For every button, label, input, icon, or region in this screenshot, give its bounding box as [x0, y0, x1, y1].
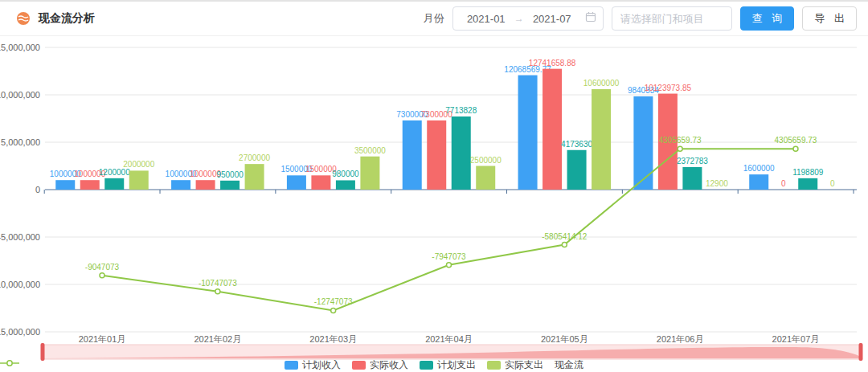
bar-计划收入[interactable] [749, 174, 768, 190]
legend-swatch [352, 361, 366, 370]
bar-实际支出[interactable] [245, 164, 264, 190]
export-button[interactable]: 导 出 [802, 6, 857, 31]
bar-计划收入[interactable] [287, 175, 306, 190]
line-point[interactable] [100, 273, 104, 278]
title-wrap: 现金流分析 [16, 11, 95, 26]
bar-value-label: 2372783 [677, 157, 708, 166]
bar-value-label: 10123973.85 [645, 84, 692, 92]
line-point[interactable] [331, 308, 336, 313]
bar-value-label: 4173630 [561, 140, 592, 149]
legend-item-计划支出[interactable]: 计划支出 [420, 358, 476, 372]
bar-value-label: 1198809 [792, 168, 824, 177]
x-tick-label: 2021年04月 [425, 334, 473, 344]
bar-实际收入[interactable] [196, 180, 215, 190]
bar-计划支出[interactable] [336, 180, 355, 190]
bar-value-label: 3500000 [354, 146, 386, 155]
legend-item-计划收入[interactable]: 计划收入 [285, 358, 341, 372]
datazoom-handle-left[interactable] [41, 343, 45, 361]
bar-实际收入[interactable] [80, 180, 100, 190]
date-start-input[interactable] [460, 13, 513, 25]
bar-实际支出[interactable] [360, 157, 379, 190]
line-point[interactable] [446, 263, 451, 268]
y-tick-label: 10,000,000 [0, 90, 40, 100]
legend-swatch [285, 361, 298, 370]
top-bar: 现金流分析 月份 → 查 询 导 出 [0, 0, 868, 36]
bar-计划收入[interactable] [403, 121, 422, 190]
legend-label: 实际收入 [370, 358, 408, 372]
date-range-picker[interactable]: → [452, 6, 604, 31]
bar-value-label: 0 [830, 179, 835, 188]
x-tick-label: 2021年07月 [772, 334, 820, 344]
bar-value-label: 950000 [216, 170, 244, 179]
bar-实际收入[interactable] [427, 121, 446, 190]
calendar-icon [585, 11, 596, 26]
bar-计划支出[interactable] [567, 150, 587, 190]
line-point[interactable] [678, 146, 682, 151]
legend-item-实际支出[interactable]: 实际支出 [487, 358, 543, 372]
date-end-input[interactable] [526, 13, 579, 25]
bar-实际收入[interactable] [542, 69, 562, 190]
line-value-label: -5805414.12 [542, 232, 588, 241]
bar-value-label: 980000 [332, 170, 359, 178]
line-point[interactable] [562, 243, 567, 247]
page-title: 现金流分析 [39, 11, 95, 26]
project-select-input[interactable] [612, 6, 732, 31]
legend-line-marker [0, 359, 19, 367]
x-tick-label: 2021年01月 [79, 334, 126, 344]
bar-value-label: 10600000 [583, 79, 620, 88]
month-label: 月份 [424, 11, 444, 26]
coins-icon [16, 11, 31, 26]
bar-value-label: 0 [781, 179, 786, 188]
bar-value-label: 2000000 [123, 160, 154, 169]
bar-实际支出[interactable] [129, 170, 149, 190]
legend-swatch [420, 361, 433, 370]
line-value-label: -10747073 [199, 279, 237, 288]
bar-计划收入[interactable] [55, 180, 75, 190]
line-point[interactable] [793, 146, 798, 151]
y-tick-label: 15,000,000 [0, 43, 40, 52]
range-arrow: → [513, 13, 526, 24]
legend-item-实际收入[interactable]: 实际收入 [352, 358, 408, 372]
bar-实际收入[interactable] [311, 175, 330, 190]
bar-计划收入[interactable] [171, 180, 190, 190]
bar-计划支出[interactable] [682, 167, 702, 190]
legend-label: 现金流 [555, 358, 583, 372]
bar-计划支出[interactable] [452, 117, 471, 190]
y-tick-label: 0 [35, 185, 40, 194]
bar-value-label: 12741658.88 [529, 59, 576, 67]
bar-计划收入[interactable] [518, 76, 538, 190]
legend-label: 计划支出 [437, 358, 476, 372]
x-tick-label: 2021年02月 [194, 334, 241, 344]
bar-实际支出[interactable] [592, 89, 611, 190]
bar-value-label: 7713828 [445, 106, 477, 115]
bar-计划收入[interactable] [633, 96, 653, 190]
legend-item-现金流[interactable]: 现金流 [555, 358, 583, 372]
bar-计划支出[interactable] [798, 178, 817, 190]
line-point[interactable] [215, 289, 220, 294]
x-tick-label: 2021年05月 [541, 334, 588, 344]
line-value-label: -9047073 [85, 263, 120, 272]
bar-value-label: 12900 [706, 179, 728, 188]
chart-legend: 计划收入实际收入计划支出实际支出现金流 [0, 359, 868, 371]
y-tick-label: 5,000,000 [1, 137, 40, 147]
x-tick-label: 2021年03月 [309, 334, 357, 344]
line-value-label: 4305659.73 [659, 136, 702, 145]
query-button[interactable]: 查 询 [740, 6, 795, 31]
filter-bar: 月份 → 查 询 导 出 [424, 6, 857, 31]
cashflow-chart: 15,000,00010,000,0005,000,0000-5,000,000… [0, 36, 868, 372]
bar-value-label: 1600000 [743, 164, 775, 173]
bar-计划支出[interactable] [220, 181, 240, 190]
line-value-label: -7947073 [432, 252, 466, 261]
legend-label: 计划收入 [302, 358, 341, 372]
x-tick-label: 2021年06月 [657, 334, 704, 344]
legend-label: 实际支出 [505, 358, 543, 372]
datazoom-handle-right[interactable] [859, 343, 863, 361]
line-value-label: -12747073 [314, 297, 353, 306]
bar-计划支出[interactable] [104, 178, 124, 190]
legend-swatch [487, 361, 501, 370]
chart-canvas: 15,000,00010,000,0005,000,0000-5,000,000… [0, 36, 868, 372]
bar-value-label: 2700000 [239, 153, 270, 162]
bar-实际支出[interactable] [476, 166, 495, 190]
line-value-label: 4305659.73 [775, 136, 817, 145]
y-tick-label: -10,000,000 [0, 280, 40, 289]
